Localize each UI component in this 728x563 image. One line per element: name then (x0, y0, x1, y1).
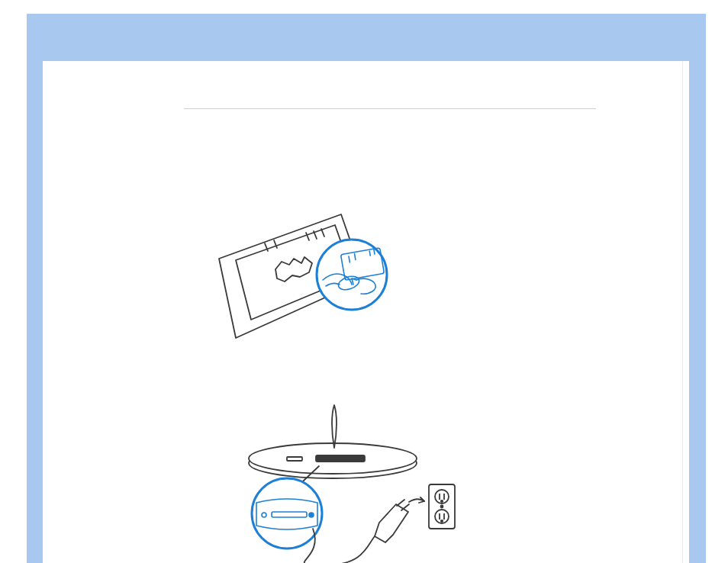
power-adapter-icon (375, 497, 424, 542)
svg-point-22 (309, 513, 314, 517)
svg-point-34 (441, 506, 443, 508)
callout-circle-icon (252, 478, 322, 549)
svg-line-23 (397, 500, 404, 506)
svg-point-33 (441, 520, 443, 522)
svg-rect-16 (316, 455, 365, 462)
svg-line-11 (369, 251, 370, 256)
viewer-frame (27, 14, 706, 563)
svg-line-12 (374, 249, 375, 254)
callout-circle-icon (317, 240, 387, 310)
svg-point-30 (441, 500, 443, 502)
frame-stand-svg (192, 210, 405, 347)
frame-power-svg (234, 401, 462, 563)
illustration-frame-power (234, 401, 462, 563)
document-page (43, 61, 689, 563)
page-right-divider (682, 61, 683, 563)
wall-outlet-icon (429, 484, 455, 529)
section-rule (184, 108, 596, 109)
svg-rect-17 (287, 457, 302, 461)
illustration-frame-stand (192, 210, 405, 347)
